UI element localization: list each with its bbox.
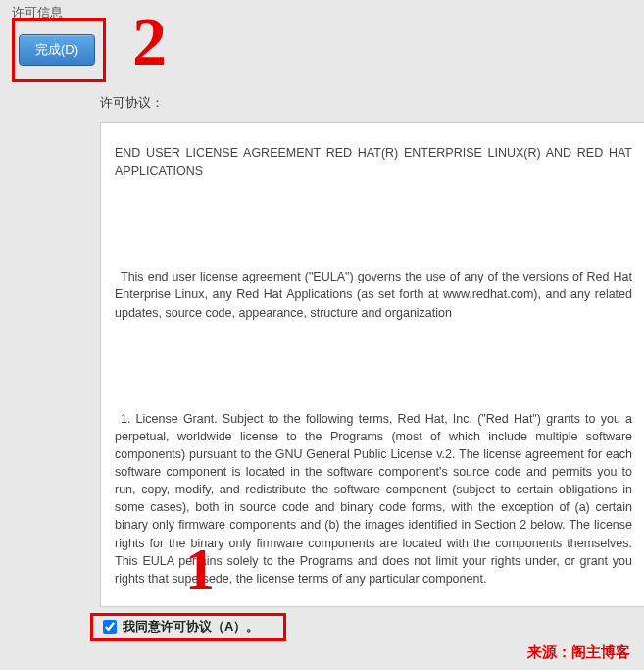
annotation-box-2: 完成(D) (12, 18, 106, 82)
source-watermark: 来源：阁主博客 (527, 644, 630, 662)
license-text-area[interactable]: END USER LICENSE AGREEMENT RED HAT(R) EN… (100, 122, 644, 607)
done-button[interactable]: 完成(D) (19, 34, 95, 66)
agree-checkbox-label: 我同意许可协议（A）。 (123, 618, 259, 636)
agree-checkbox[interactable] (103, 620, 117, 634)
annotation-number-2: 2 (132, 8, 167, 77)
eula-title: END USER LICENSE AGREEMENT RED HAT(R) EN… (115, 144, 632, 180)
eula-intro-line1: This end user license agreement ("EULA")… (115, 268, 632, 321)
annotation-number-1: 1 (185, 540, 215, 598)
license-label: 许可协议： (100, 94, 164, 112)
agree-checkbox-row: 我同意许可协议（A）。 (90, 613, 286, 641)
